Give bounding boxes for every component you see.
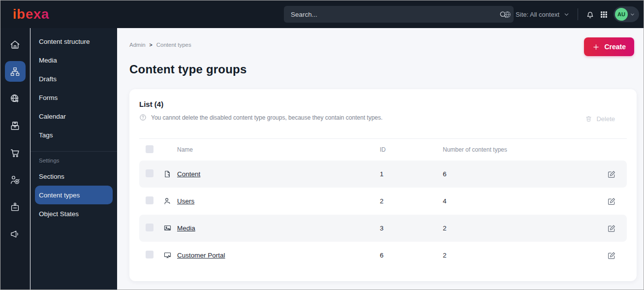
table-row: Users 2 4	[139, 188, 627, 215]
topbar-right-cluster: Site: All context AU	[500, 0, 639, 28]
topbar-divider	[578, 8, 578, 20]
chevron-down-icon	[563, 11, 570, 18]
create-button[interactable]: Create	[584, 37, 634, 56]
row-id: 6	[380, 252, 443, 259]
cart-icon	[9, 147, 21, 159]
breadcrumb: Admin > Content types	[129, 37, 191, 48]
delete-button[interactable]: Delete	[582, 115, 618, 123]
content-type-groups-table: Name ID Number of content types Content …	[139, 138, 627, 269]
sidebar-item-drafts[interactable]: Drafts	[35, 69, 113, 88]
list-title: List (4)	[139, 100, 383, 108]
table-row: Content 1 6	[139, 161, 627, 188]
row-count: 2	[443, 252, 603, 259]
icon-rail	[0, 28, 30, 290]
select-all-checkbox[interactable]	[146, 145, 153, 153]
list-info-text: You cannot delete the disabled content t…	[151, 114, 383, 121]
user-menu[interactable]: AU	[613, 6, 639, 22]
app-grid-icon	[600, 10, 608, 19]
app-switcher-button[interactable]	[597, 8, 611, 21]
topbar: ibexa Site: All context	[0, 0, 644, 28]
rail-campaigns-button[interactable]	[5, 224, 26, 244]
notifications-button[interactable]	[583, 7, 597, 22]
sidebar-item-sections[interactable]: Sections	[35, 167, 113, 186]
target-user-icon	[9, 174, 21, 186]
badge-icon	[9, 201, 21, 213]
trash-icon	[585, 115, 592, 123]
row-checkbox[interactable]	[146, 251, 153, 258]
main-content: Admin > Content types Create Content typ…	[117, 28, 644, 290]
edit-icon	[607, 251, 616, 260]
rail-workflow-button[interactable]	[5, 196, 26, 217]
chevron-down-icon	[630, 12, 635, 17]
user-icon	[163, 197, 172, 205]
breadcrumb-admin[interactable]: Admin	[129, 42, 146, 48]
sidebar-item-content-structure[interactable]: Content structure	[35, 32, 113, 51]
row-count: 4	[443, 197, 603, 205]
search-input[interactable]	[284, 11, 499, 18]
edit-icon	[607, 224, 616, 233]
column-header-id: ID	[380, 146, 443, 153]
edit-button[interactable]	[606, 196, 617, 207]
sidebar-item-tags[interactable]: Tags	[35, 126, 113, 144]
rail-commerce-button[interactable]	[5, 142, 26, 163]
home-icon	[9, 39, 21, 50]
plus-icon	[592, 43, 600, 51]
row-id: 2	[380, 197, 443, 205]
sitemap-icon	[9, 66, 21, 77]
list-info: You cannot delete the disabled content t…	[139, 114, 383, 121]
column-header-name: Name	[163, 146, 380, 153]
site-context-selector[interactable]: Site: All context	[500, 8, 573, 21]
column-header-count: Number of content types	[443, 146, 603, 153]
sidebar-menu: Content structure Media Drafts Forms Cal…	[31, 28, 117, 290]
row-checkbox[interactable]	[146, 196, 153, 204]
megaphone-icon	[9, 228, 21, 240]
breadcrumb-separator: >	[150, 42, 153, 48]
row-id: 1	[380, 170, 443, 178]
edit-button[interactable]	[606, 223, 617, 234]
rail-site-button[interactable]	[5, 88, 26, 109]
sidebar-item-object-states[interactable]: Object States	[35, 204, 113, 223]
row-id: 3	[380, 225, 443, 232]
global-search	[284, 6, 514, 23]
file-icon	[163, 170, 172, 178]
table-row: Customer Portal 6 2	[139, 242, 627, 269]
monitor-icon	[163, 251, 172, 259]
edit-button[interactable]	[606, 169, 617, 180]
row-count: 2	[443, 225, 603, 232]
question-circle-icon	[139, 114, 147, 121]
group-link-customer-portal[interactable]: Customer Portal	[177, 252, 225, 259]
sidebar-divider	[31, 151, 117, 152]
page-title: Content type groups	[129, 63, 644, 76]
group-link-users[interactable]: Users	[177, 197, 194, 205]
content-type-groups-card: List (4) You cannot delete the disabled …	[129, 89, 637, 281]
row-count: 6	[443, 170, 603, 178]
rail-product-catalog-button[interactable]	[5, 115, 26, 136]
group-link-content[interactable]: Content	[177, 170, 200, 178]
app-window: ibexa Site: All context	[0, 0, 644, 290]
rail-personalization-button[interactable]	[5, 169, 26, 190]
rail-content-button[interactable]	[5, 61, 26, 82]
sidebar-item-content-types[interactable]: Content types	[35, 186, 113, 204]
rail-home-button[interactable]	[5, 34, 26, 55]
bell-icon	[585, 10, 595, 19]
edit-icon	[607, 197, 616, 206]
edit-button[interactable]	[606, 250, 617, 261]
table-row: Media 3 2	[139, 215, 627, 242]
sidebar-item-forms[interactable]: Forms	[35, 88, 113, 107]
globe-cursor-icon	[9, 93, 21, 104]
sidebar-item-calendar[interactable]: Calendar	[35, 107, 113, 126]
group-link-media[interactable]: Media	[177, 225, 195, 232]
site-context-label: Site: All context	[516, 11, 559, 18]
packages-icon	[9, 120, 21, 131]
sidebar-item-media[interactable]: Media	[35, 51, 113, 69]
edit-icon	[607, 170, 616, 179]
ibexa-logo[interactable]: ibexa	[13, 6, 49, 23]
row-checkbox[interactable]	[146, 169, 153, 177]
breadcrumb-current: Content types	[156, 42, 191, 48]
globe-icon	[503, 10, 512, 19]
table-header: Name ID Number of content types	[139, 139, 627, 161]
sidebar-settings-label: Settings	[31, 154, 117, 167]
avatar: AU	[615, 8, 628, 21]
row-checkbox[interactable]	[146, 224, 153, 231]
image-icon	[163, 224, 172, 232]
